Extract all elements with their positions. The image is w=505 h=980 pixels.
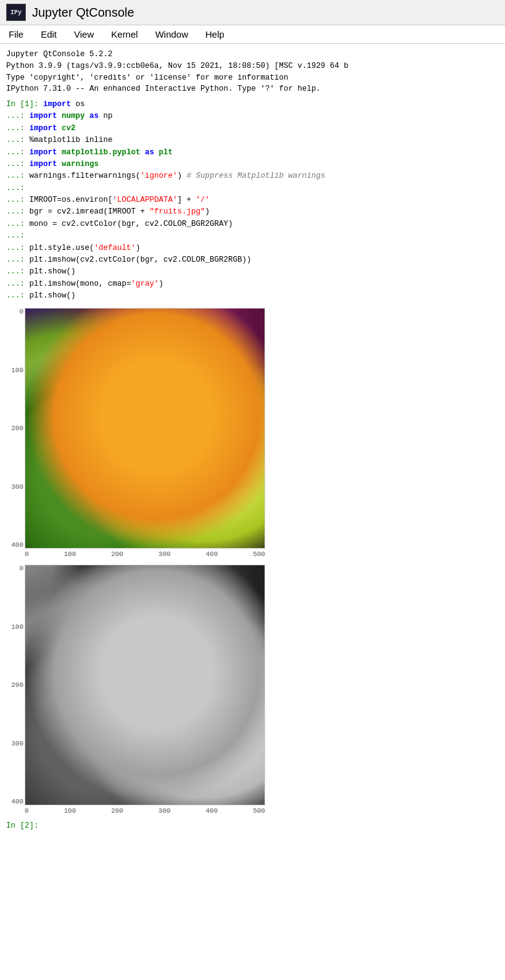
code-line-4: ...: %matplotlib inline <box>6 135 499 146</box>
y-label-0: 0 <box>7 308 23 315</box>
code-line-15: ...: plt.show() <box>6 266 499 278</box>
x2-label-100: 100 <box>64 807 76 815</box>
x2-label-0: 0 <box>25 807 29 815</box>
plot-color-image <box>25 308 265 549</box>
plot-gray-axes: 0 100 200 300 400 0 100 200 300 400 500 <box>25 565 265 815</box>
y-label-100: 100 <box>7 367 23 374</box>
plot-color-y-axis: 0 100 200 300 400 <box>7 308 23 549</box>
title-bar: IPy Jupyter QtConsole <box>0 0 505 25</box>
cell-prompt: In [1]: <box>6 100 43 109</box>
fruit-color-visual <box>25 309 265 548</box>
code-line-17: ...: plt.show() <box>6 290 499 302</box>
x2-label-500: 500 <box>253 807 265 815</box>
menu-window[interactable]: Window <box>153 28 191 41</box>
x-label-0: 0 <box>25 550 29 558</box>
x-label-500: 500 <box>253 550 265 558</box>
x-label-100: 100 <box>64 550 76 558</box>
code-line-12: ...: <box>6 230 499 242</box>
info-line-1: Jupyter QtConsole 5.2.2 <box>6 49 499 60</box>
code-line-16: ...: plt.imshow(mono, cmap='gray') <box>6 278 499 290</box>
menu-view[interactable]: View <box>72 28 96 41</box>
code-line-6: ...: import warnings <box>6 159 499 170</box>
y-label-200: 200 <box>7 425 23 432</box>
code-line-11: ...: mono = cv2.cvtColor(bgr, cv2.COLOR_… <box>6 218 499 230</box>
x-label-400: 400 <box>205 550 218 558</box>
code-line-10: ...: bgr = cv2.imread(IMROOT + "fruits.j… <box>6 206 499 218</box>
code-line-13: ...: plt.style.use('default') <box>6 243 499 254</box>
y2-label-0: 0 <box>7 565 23 572</box>
y-label-300: 300 <box>7 483 23 491</box>
y-label-400: 400 <box>7 541 23 549</box>
x2-label-300: 300 <box>158 807 171 815</box>
info-line-4: IPython 7.31.0 -- An enhanced Interactiv… <box>6 83 499 95</box>
menu-edit[interactable]: Edit <box>38 28 59 41</box>
info-line-3: Type 'copyright', 'credits' or 'license'… <box>6 72 499 84</box>
menu-bar: File Edit View Kernel Window Help <box>0 25 505 44</box>
code-line-3: ...: import cv2 <box>6 123 499 135</box>
plot-color-x-axis: 0 100 200 300 400 500 <box>25 550 265 558</box>
app-icon: IPy <box>6 4 26 21</box>
x-label-200: 200 <box>111 550 123 558</box>
console-area: Jupyter QtConsole 5.2.2 Python 3.9.9 (ta… <box>0 44 505 835</box>
code-line-14: ...: plt.imshow(cv2.cvtColor(bgr, cv2.CO… <box>6 254 499 266</box>
code-line-1: In [1]: import os <box>6 99 499 110</box>
y2-label-300: 300 <box>7 740 23 747</box>
y2-label-400: 400 <box>7 798 23 805</box>
code-line-9: ...: IMROOT=os.environ['LOCALAPPDATA'] +… <box>6 194 499 206</box>
code-line-7: ...: warnings.filterwarnings('ignore') #… <box>6 170 499 182</box>
plot-gray-container: 0 100 200 300 400 0 100 200 300 400 500 <box>25 565 499 815</box>
app-title: Jupyter QtConsole <box>32 6 134 20</box>
code-cell-2-prompt[interactable]: In [2]: <box>6 821 499 830</box>
x2-label-200: 200 <box>111 807 123 815</box>
info-line-2: Python 3.9.9 (tags/v3.9.9:ccb0e6a, Nov 1… <box>6 60 499 72</box>
console-info: Jupyter QtConsole 5.2.2 Python 3.9.9 (ta… <box>6 49 499 95</box>
plot-color-axes: 0 100 200 300 400 0 100 200 300 400 500 <box>25 308 265 558</box>
menu-kernel[interactable]: Kernel <box>109 28 140 41</box>
plot-gray-image <box>25 565 265 805</box>
code-line-5: ...: import matplotlib.pyplot as plt <box>6 147 499 159</box>
plot-gray-y-axis: 0 100 200 300 400 <box>7 565 23 805</box>
menu-help[interactable]: Help <box>203 28 227 41</box>
x2-label-400: 400 <box>205 807 218 815</box>
cell2-prompt-label: In [2]: <box>6 821 39 830</box>
fruit-gray-visual <box>25 565 265 805</box>
code-line-8: ...: <box>6 183 499 194</box>
y2-label-100: 100 <box>7 623 23 631</box>
plot-color-container: 0 100 200 300 400 0 100 200 300 400 500 <box>25 308 499 559</box>
menu-file[interactable]: File <box>6 28 26 41</box>
code-line-2: ...: import numpy as np <box>6 110 499 122</box>
x-label-300: 300 <box>158 550 171 558</box>
code-cell-1: In [1]: import os ...: import numpy as n… <box>6 99 499 302</box>
plot-gray-x-axis: 0 100 200 300 400 500 <box>25 807 265 815</box>
y2-label-200: 200 <box>7 681 23 689</box>
